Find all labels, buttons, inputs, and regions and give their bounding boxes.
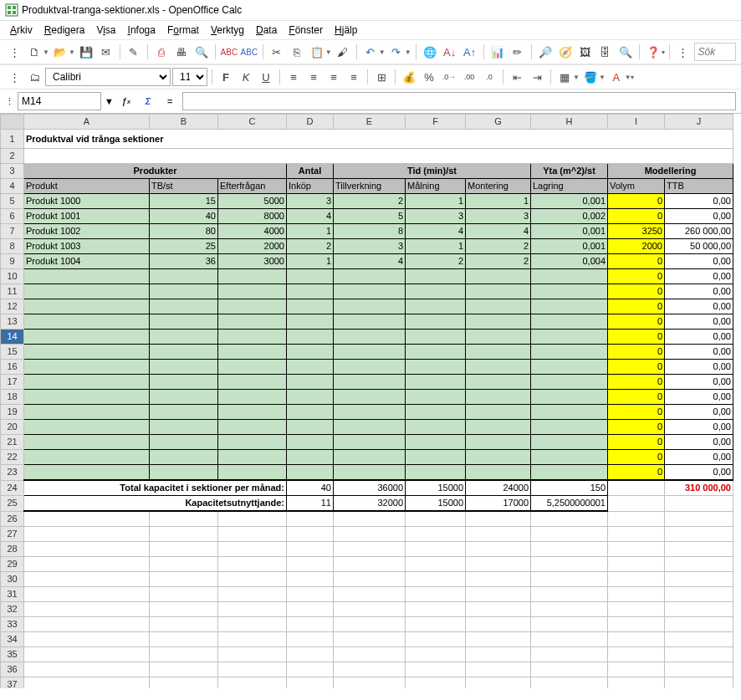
cell[interactable] xyxy=(24,435,150,450)
cell[interactable] xyxy=(24,420,150,435)
cell[interactable] xyxy=(150,330,218,345)
row-header[interactable]: 24 xyxy=(1,480,24,496)
cell[interactable] xyxy=(287,405,334,420)
cell[interactable] xyxy=(406,299,466,314)
cell[interactable] xyxy=(218,284,287,299)
cell[interactable] xyxy=(150,420,218,435)
cell[interactable] xyxy=(287,345,334,360)
cell[interactable] xyxy=(218,556,287,571)
cell[interactable]: 15000 xyxy=(406,496,466,512)
cell[interactable] xyxy=(406,556,466,571)
cell[interactable]: 0,00 xyxy=(665,194,733,209)
row-header[interactable]: 9 xyxy=(1,254,24,269)
cell[interactable] xyxy=(531,299,608,314)
cell[interactable]: 2000 xyxy=(218,239,287,254)
datasources-button[interactable]: 🗄 xyxy=(596,43,615,61)
cell[interactable] xyxy=(24,405,150,420)
cell[interactable]: 0,004 xyxy=(531,254,608,269)
cell[interactable] xyxy=(406,662,466,677)
cell[interactable]: 0,00 xyxy=(665,269,733,284)
cell[interactable]: 0,00 xyxy=(665,405,733,420)
cell[interactable] xyxy=(218,677,287,688)
number-format-button[interactable]: .0 xyxy=(480,68,498,86)
zoom-button[interactable]: 🔍 xyxy=(616,43,635,61)
cell[interactable] xyxy=(466,541,531,556)
cell[interactable] xyxy=(608,480,665,496)
cell[interactable] xyxy=(24,586,150,601)
row-header[interactable]: 17 xyxy=(1,375,24,390)
cell[interactable] xyxy=(531,405,608,420)
cell[interactable]: 4 xyxy=(466,224,531,239)
cell[interactable]: 0,00 xyxy=(665,299,733,314)
row-header[interactable]: 33 xyxy=(1,616,24,631)
cell[interactable]: 36 xyxy=(150,254,218,269)
cell[interactable] xyxy=(218,526,287,541)
cell[interactable] xyxy=(24,360,150,375)
cut-button[interactable]: ✂ xyxy=(268,43,286,61)
cell[interactable] xyxy=(608,631,665,646)
cell[interactable] xyxy=(334,299,406,314)
cell[interactable]: 11 xyxy=(287,496,334,512)
row-header[interactable]: 15 xyxy=(1,345,24,360)
cell[interactable] xyxy=(150,465,218,481)
cell[interactable] xyxy=(24,149,733,164)
cell[interactable] xyxy=(218,646,287,662)
cell[interactable] xyxy=(150,345,218,360)
cell[interactable] xyxy=(406,601,466,616)
cell[interactable] xyxy=(150,435,218,450)
cell[interactable] xyxy=(287,314,334,330)
dropdown-icon[interactable]: ▼ xyxy=(43,49,49,56)
cell[interactable] xyxy=(287,616,334,631)
cell[interactable]: 0,00 xyxy=(665,209,733,224)
cell[interactable]: 2 xyxy=(466,254,531,269)
cell[interactable]: 1 xyxy=(406,194,466,209)
group-header-antal[interactable]: Antal xyxy=(287,164,334,179)
cell[interactable] xyxy=(608,586,665,601)
cell-reference-input[interactable] xyxy=(18,92,101,110)
dropdown-icon[interactable]: ▼ xyxy=(325,49,332,56)
menu-arkiv[interactable]: Arkiv xyxy=(5,23,38,38)
cell[interactable] xyxy=(531,556,608,571)
row-header[interactable]: 20 xyxy=(1,420,24,435)
cell[interactable] xyxy=(406,435,466,450)
cell[interactable] xyxy=(150,390,218,405)
row-header[interactable]: 16 xyxy=(1,360,24,375)
menu-hjalp[interactable]: Hjälp xyxy=(330,23,362,38)
align-left-button[interactable]: ≡ xyxy=(284,68,303,86)
cell[interactable] xyxy=(466,435,531,450)
cell[interactable] xyxy=(466,571,531,586)
cell[interactable] xyxy=(24,616,150,631)
cell[interactable] xyxy=(665,511,733,526)
cell[interactable]: 4000 xyxy=(218,224,287,239)
cell[interactable] xyxy=(334,586,406,601)
cell[interactable] xyxy=(466,420,531,435)
row-header[interactable]: 36 xyxy=(1,662,24,677)
copy-button[interactable]: ⎘ xyxy=(288,43,306,61)
redo-button[interactable]: ↷ xyxy=(387,43,406,61)
cell[interactable] xyxy=(24,662,150,677)
cell[interactable] xyxy=(287,556,334,571)
borders-button[interactable]: ▦ xyxy=(555,68,574,86)
sub-header[interactable]: Inköp xyxy=(287,179,334,194)
cell[interactable]: 3 xyxy=(334,239,406,254)
cell[interactable] xyxy=(531,526,608,541)
sub-header[interactable]: Produkt xyxy=(24,179,150,194)
cell[interactable] xyxy=(466,586,531,601)
cell[interactable] xyxy=(531,330,608,345)
cell[interactable] xyxy=(150,375,218,390)
cell[interactable] xyxy=(531,269,608,284)
cell[interactable] xyxy=(334,526,406,541)
cell[interactable] xyxy=(150,571,218,586)
cell[interactable] xyxy=(24,345,150,360)
export-pdf-button[interactable]: ⎙ xyxy=(152,43,171,61)
gallery-button[interactable]: 🖼 xyxy=(576,43,595,61)
sub-header[interactable]: Montering xyxy=(466,179,531,194)
cell[interactable]: 0 xyxy=(608,390,665,405)
cell[interactable] xyxy=(150,526,218,541)
cell[interactable] xyxy=(150,662,218,677)
font-size-combo[interactable]: 11 xyxy=(172,68,207,86)
menu-visa[interactable]: Visa xyxy=(91,23,120,38)
cell[interactable] xyxy=(150,556,218,571)
cell[interactable]: 0,001 xyxy=(531,224,608,239)
cell[interactable] xyxy=(334,405,406,420)
